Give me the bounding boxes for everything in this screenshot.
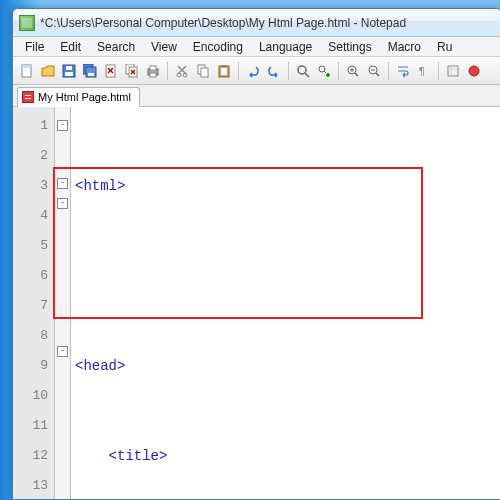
menu-run[interactable]: Ru <box>429 38 460 56</box>
code-indent <box>75 448 109 464</box>
svg-rect-26 <box>448 66 458 76</box>
line-number: 13 <box>13 471 48 500</box>
window-title: *C:\Users\Personal Computer\Desktop\My H… <box>40 16 406 30</box>
zoom-in-button[interactable] <box>343 61 363 81</box>
menubar: File Edit Search View Encoding Language … <box>13 37 500 57</box>
open-file-button[interactable] <box>38 61 58 81</box>
indent-guide-button[interactable] <box>443 61 463 81</box>
line-number: 8 <box>13 321 48 351</box>
svg-rect-19 <box>221 68 227 75</box>
menu-language[interactable]: Language <box>251 38 320 56</box>
toolbar: ¶ <box>13 57 500 85</box>
svg-rect-4 <box>66 66 72 70</box>
undo-button[interactable] <box>243 61 263 81</box>
toolbar-separator <box>288 62 289 80</box>
menu-encoding[interactable]: Encoding <box>185 38 251 56</box>
line-number: 4 <box>13 201 48 231</box>
find-button[interactable] <box>293 61 313 81</box>
code-tag: <html> <box>75 178 125 194</box>
close-all-button[interactable] <box>122 61 142 81</box>
svg-rect-17 <box>201 68 208 77</box>
code-area[interactable]: <html> <head> <title> This is the Title … <box>71 107 500 499</box>
zoom-out-button[interactable] <box>364 61 384 81</box>
fold-toggle-icon[interactable]: - <box>57 178 68 189</box>
toolbar-separator <box>167 62 168 80</box>
save-all-button[interactable] <box>80 61 100 81</box>
notepadpp-window: *C:\Users\Personal Computer\Desktop\My H… <box>12 8 500 500</box>
svg-point-21 <box>298 66 306 74</box>
svg-rect-12 <box>150 66 156 70</box>
svg-rect-20 <box>222 65 226 67</box>
copy-button[interactable] <box>193 61 213 81</box>
close-button[interactable] <box>101 61 121 81</box>
menu-edit[interactable]: Edit <box>52 38 89 56</box>
show-all-chars-button[interactable]: ¶ <box>414 61 434 81</box>
line-number: 3 <box>13 171 48 201</box>
svg-rect-7 <box>88 73 94 76</box>
line-number: 11 <box>13 411 48 441</box>
line-number: 6 <box>13 261 48 291</box>
fold-toggle-icon[interactable]: - <box>57 120 68 131</box>
tab-label: My Html Page.html <box>38 91 131 103</box>
svg-rect-3 <box>65 72 73 76</box>
menu-search[interactable]: Search <box>89 38 143 56</box>
record-macro-button[interactable] <box>464 61 484 81</box>
line-number: 9 <box>13 351 48 381</box>
menu-settings[interactable]: Settings <box>320 38 379 56</box>
svg-text:¶: ¶ <box>419 65 425 77</box>
replace-button[interactable] <box>314 61 334 81</box>
paste-button[interactable] <box>214 61 234 81</box>
line-number: 12 <box>13 441 48 471</box>
titlebar[interactable]: *C:\Users\Personal Computer\Desktop\My H… <box>13 9 500 37</box>
code-tag: <title> <box>109 448 168 464</box>
new-file-button[interactable] <box>17 61 37 81</box>
line-number-gutter: 1 2 3 4 5 6 7 8 9 10 11 12 13 <box>13 107 55 499</box>
line-number: 7 <box>13 291 48 321</box>
code-tag: <head> <box>75 358 125 374</box>
tabbar: My Html Page.html <box>13 85 500 107</box>
redo-button[interactable] <box>264 61 284 81</box>
svg-rect-1 <box>22 65 31 68</box>
code-editor[interactable]: 1 2 3 4 5 6 7 8 9 10 11 12 13 - - - - <h… <box>13 107 500 499</box>
line-number: 10 <box>13 381 48 411</box>
fold-toggle-icon[interactable]: - <box>57 346 68 357</box>
print-button[interactable] <box>143 61 163 81</box>
save-button[interactable] <box>59 61 79 81</box>
menu-view[interactable]: View <box>143 38 185 56</box>
line-number: 5 <box>13 231 48 261</box>
toolbar-separator <box>238 62 239 80</box>
toolbar-separator <box>338 62 339 80</box>
fold-column: - - - - <box>55 107 71 499</box>
line-number: 2 <box>13 141 48 171</box>
wordwrap-button[interactable] <box>393 61 413 81</box>
toolbar-separator <box>388 62 389 80</box>
line-number: 1 <box>13 111 48 141</box>
menu-macro[interactable]: Macro <box>380 38 429 56</box>
menu-file[interactable]: File <box>17 38 52 56</box>
svg-rect-13 <box>150 73 156 77</box>
file-modified-icon <box>22 91 34 103</box>
svg-point-27 <box>469 66 479 76</box>
file-tab[interactable]: My Html Page.html <box>17 87 140 107</box>
toolbar-separator <box>438 62 439 80</box>
app-icon <box>19 15 35 31</box>
cut-button[interactable] <box>172 61 192 81</box>
fold-toggle-icon[interactable]: - <box>57 198 68 209</box>
